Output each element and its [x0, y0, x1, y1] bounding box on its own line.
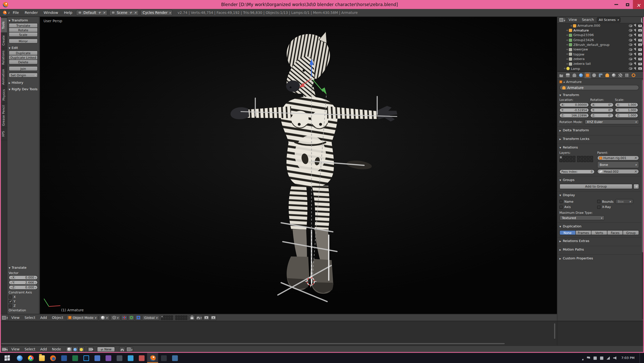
tab-object[interactable] [584, 72, 591, 78]
view-menu[interactable]: View [9, 314, 22, 321]
taskbar-app-gray[interactable] [114, 353, 125, 363]
menu-window[interactable]: Window [41, 9, 61, 17]
new-node-tree-button[interactable]: New [97, 347, 115, 352]
outliner-item[interactable]: +topjaw [557, 52, 644, 57]
visibility-icon[interactable] [629, 58, 633, 60]
taskbar-app-cyan[interactable] [125, 353, 136, 363]
viewport-shading-dropdown[interactable] [99, 315, 110, 320]
taskbar-app-photoshop[interactable] [80, 353, 92, 363]
selectability-icon[interactable] [634, 43, 637, 47]
expand-icon[interactable]: + [566, 29, 569, 32]
taskbar-app-dark[interactable] [158, 353, 169, 363]
expand-icon[interactable]: + [566, 38, 569, 42]
bounds-type-dropdown[interactable]: Box [615, 199, 633, 204]
location-x-field[interactable]: X:0.00000 [559, 103, 589, 107]
constraint-z-checkbox[interactable]: Z [9, 304, 38, 308]
draw-type-dropdown[interactable]: Textured [559, 215, 605, 220]
shader-lamp-toggle[interactable] [78, 347, 84, 352]
node-select-menu[interactable]: Select [22, 346, 37, 353]
rotation-x-field[interactable]: X:0° [590, 103, 614, 107]
maximize-button[interactable] [622, 0, 633, 9]
selectability-icon[interactable] [634, 24, 637, 27]
taskbar-app-notes[interactable] [92, 353, 103, 363]
taskbar-app-chrome[interactable] [25, 353, 36, 363]
taskbar-app-red[interactable] [136, 353, 147, 363]
editor-type-button[interactable] [2, 10, 10, 16]
outliner-item[interactable]: +Group23396 [557, 33, 644, 38]
tab-scene[interactable] [571, 72, 577, 78]
outliner-scrollbar[interactable] [642, 24, 644, 57]
taskbar-app-explorer[interactable] [36, 353, 47, 363]
taskbar-app-purple[interactable] [103, 353, 114, 363]
show-desktop-button[interactable] [639, 353, 641, 363]
add-to-group-button[interactable]: Add to Group [559, 184, 633, 189]
tab-render-layers[interactable] [565, 72, 571, 78]
renderability-icon[interactable] [638, 67, 642, 70]
selectability-icon[interactable] [634, 52, 637, 56]
tab-tools[interactable]: Tools [0, 18, 7, 33]
node-add-menu[interactable]: Add [38, 346, 49, 353]
rotate-button[interactable]: Rotate [9, 27, 38, 33]
expand-icon[interactable]: + [566, 57, 569, 61]
tab-physics[interactable]: Physics [0, 87, 7, 103]
node-node-menu[interactable]: Node [50, 346, 63, 353]
tab-render[interactable] [558, 72, 564, 78]
clear-icon[interactable] [634, 156, 637, 160]
display-axis-checkbox[interactable]: Axis [559, 205, 596, 209]
mirror-button[interactable]: Mirror [9, 39, 38, 44]
taskbar-clock[interactable]: 7:03 PM [620, 356, 636, 360]
tray-icon[interactable] [600, 356, 603, 360]
display-panel-header[interactable]: Display [559, 192, 639, 198]
duplication-panel-header[interactable]: Duplication [559, 224, 639, 229]
node-tree-icon-button[interactable] [87, 347, 93, 352]
tray-expand-icon[interactable] [582, 354, 584, 362]
selectability-icon[interactable] [634, 38, 637, 42]
duplication-frames-button[interactable]: Frames [576, 230, 592, 235]
shader-world-toggle[interactable] [72, 347, 78, 352]
minimize-button[interactable] [611, 0, 622, 9]
join-button[interactable]: Join [9, 66, 38, 71]
outliner-item[interactable]: +zebera tail [557, 62, 644, 66]
set-origin-menu[interactable]: Set Origin [9, 73, 38, 78]
scale-x-field[interactable]: X:1.000 [615, 103, 638, 107]
duplication-faces-button[interactable]: Faces [607, 230, 623, 235]
scale-y-field[interactable]: Y:1.000 [615, 108, 638, 112]
selectability-icon[interactable] [634, 57, 637, 61]
outliner-item[interactable]: +Group23426 [557, 38, 644, 42]
groups-panel-header[interactable]: Groups [559, 177, 639, 183]
display-bounds-checkbox[interactable]: BoundsBox [597, 199, 639, 204]
pass-index-field[interactable]: Pass Index:0 [559, 169, 595, 174]
taskbar-app-word[interactable] [58, 353, 69, 363]
render-engine-selector[interactable]: Cycles Render [141, 10, 173, 16]
scene-selector[interactable]: Scene [109, 10, 139, 16]
horizontal-scrollbar[interactable] [1, 343, 505, 345]
vector-y-field[interactable]: Y:2.666 [9, 280, 38, 285]
opengl-render-anim-button[interactable] [210, 315, 216, 320]
manipulator-translate-toggle[interactable] [121, 315, 127, 320]
parent-bone-field[interactable]: Head.002 [597, 169, 639, 174]
renderability-icon[interactable] [638, 29, 642, 32]
expand-icon[interactable]: + [570, 24, 573, 27]
tab-material[interactable] [611, 72, 617, 78]
add-layout-icon[interactable] [98, 11, 101, 15]
object-menu[interactable]: Object [50, 314, 65, 321]
snap-toggle[interactable] [119, 347, 125, 352]
visibility-icon[interactable] [629, 24, 633, 27]
renderability-icon[interactable] [638, 58, 642, 60]
menu-file[interactable]: File [10, 9, 22, 17]
tab-xps[interactable]: XPS [0, 128, 7, 140]
window-titlebar[interactable]: Blender [D:\My work\0organized works\3d\… [0, 0, 644, 9]
layers-widget[interactable] [161, 315, 173, 320]
outliner-scope-dropdown[interactable]: All Scenes [597, 17, 621, 22]
editor-type-button[interactable] [1, 315, 9, 320]
tab-particles[interactable] [624, 72, 630, 78]
visibility-icon[interactable] [629, 44, 633, 46]
mode-dropdown[interactable]: Object Mode [66, 315, 98, 320]
motion-paths-header[interactable]: Motion Paths [559, 247, 639, 252]
constraint-x-checkbox[interactable]: X [9, 295, 38, 299]
add-menu[interactable]: Add [38, 314, 49, 321]
start-button[interactable] [0, 353, 14, 363]
tab-modifiers[interactable] [598, 72, 604, 78]
taskbar-app-blender[interactable] [147, 353, 158, 363]
opengl-render-button[interactable] [203, 315, 209, 320]
